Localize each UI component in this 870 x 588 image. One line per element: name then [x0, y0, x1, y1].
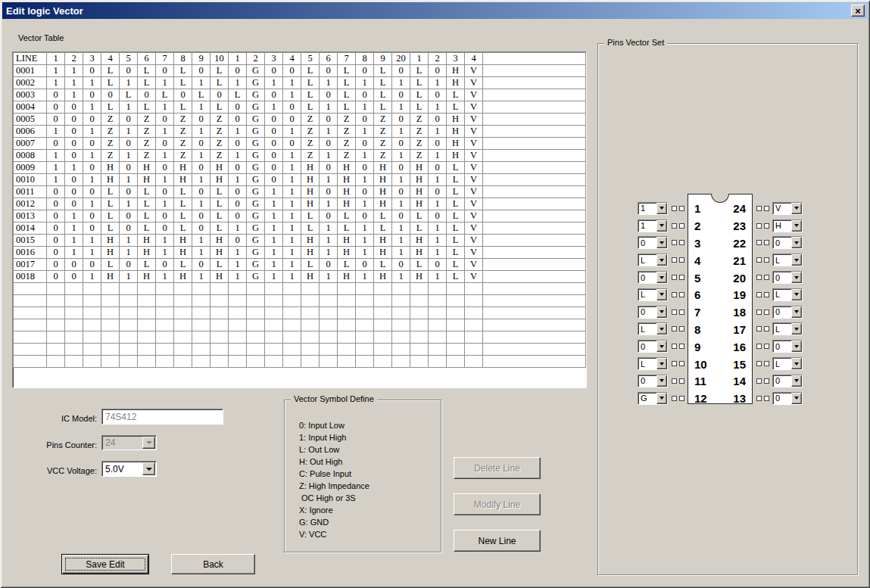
chevron-down-icon[interactable]: [656, 203, 667, 214]
vector-cell: H: [101, 247, 120, 259]
pin-1-vector-select[interactable]: 1: [638, 202, 668, 215]
chevron-down-icon[interactable]: [656, 358, 667, 369]
vector-row[interactable]: 0012001L1L1L1L0G11H1H1H1H1LV: [14, 198, 586, 210]
vector-row[interactable]: 0015011H1H1H1H0G11H1H1H1H1LV: [14, 235, 586, 247]
pin-7-vector-select[interactable]: 0: [638, 306, 668, 319]
vector-cell: 1: [429, 247, 447, 259]
vector-row[interactable]: 0004001L1L1L1L0G10L1L1L1L1LV: [14, 101, 586, 114]
chevron-down-icon[interactable]: [791, 341, 802, 352]
vector-cell: H: [447, 77, 465, 89]
vector-row[interactable]: 0014010L0L0L0L1G11L1L1L1L1LV: [14, 222, 586, 235]
vector-cell: 1: [392, 150, 410, 162]
vector-row[interactable]: 00030100L0L0L0LG01L0L0L0L0LV: [14, 89, 586, 101]
pin-11-vector-select[interactable]: 0: [638, 375, 668, 387]
right-connector-pads: [753, 257, 772, 263]
vector-row[interactable]: 0007000Z0Z0Z0Z0G00Z0Z0Z0Z0HV: [14, 138, 586, 150]
pin-2-vector-select[interactable]: 1: [638, 219, 668, 232]
chevron-down-icon[interactable]: [791, 323, 802, 334]
chevron-down-icon[interactable]: [142, 462, 155, 475]
chip-pin-number: 10: [694, 357, 707, 370]
vector-cell: Z: [210, 138, 229, 150]
vector-row[interactable]: 0005000Z0Z0Z0Z0G00Z0Z0Z0Z0HV: [14, 114, 586, 126]
vector-cell: 1: [356, 235, 374, 247]
chevron-down-icon[interactable]: [791, 203, 802, 214]
chip-pin-number: 14: [733, 375, 746, 387]
back-button[interactable]: Back: [171, 554, 255, 574]
pin-14-vector-select[interactable]: 0: [772, 375, 803, 387]
vector-row[interactable]: 0009110H0H0H0H0G01H0H0H0H0LV: [14, 162, 586, 174]
pin-23-vector-select[interactable]: H: [772, 219, 803, 232]
chevron-down-icon[interactable]: [791, 375, 802, 387]
line-number-cell: 0017: [14, 259, 47, 271]
chevron-down-icon[interactable]: [656, 220, 667, 232]
chevron-down-icon[interactable]: [656, 393, 667, 404]
vector-cell: 1: [120, 101, 138, 114]
chevron-down-icon[interactable]: [656, 323, 667, 334]
vector-cell: V: [465, 198, 483, 210]
chevron-down-icon[interactable]: [656, 237, 667, 248]
vector-row[interactable]: 0018001H1H1H1H1G11H1H1H1H1LV: [14, 271, 586, 283]
close-button[interactable]: ×: [851, 5, 865, 17]
pin-16-vector-select[interactable]: 0: [772, 340, 803, 353]
chevron-down-icon[interactable]: [791, 220, 802, 232]
vector-row[interactable]: 0006101Z1Z1Z1Z1G01Z1Z1Z1Z1HV: [14, 126, 586, 138]
blank-cell: [229, 319, 247, 331]
column-header-pin: 1: [229, 53, 247, 65]
chip-pin-number: 19: [733, 288, 746, 301]
chip-pin-labels: 817: [688, 321, 753, 338]
column-header-pin: 6: [320, 53, 338, 65]
pin-13-vector-select[interactable]: 0: [772, 392, 803, 405]
vector-row[interactable]: 0008101Z1Z1Z1Z1G01Z1Z1Z1Z1HV: [14, 150, 586, 162]
chevron-down-icon[interactable]: [656, 289, 667, 300]
chevron-down-icon[interactable]: [791, 306, 802, 318]
vector-row[interactable]: 0013010L0L0L0L0G11L0L0L0L0LV: [14, 210, 586, 222]
chevron-down-icon[interactable]: [656, 341, 667, 352]
vector-row[interactable]: 0001110L0L0L0L0G00L0L0L0L0HV: [14, 65, 586, 77]
vector-row[interactable]: 0017000L0L0L0L1G11L0L0L0L0LV: [14, 259, 586, 271]
pin-20-vector-select[interactable]: 0: [772, 271, 803, 284]
line-number-cell: 0018: [14, 271, 47, 283]
vector-cell: 0: [156, 65, 174, 77]
pin-18-vector-select[interactable]: 0: [772, 306, 803, 319]
pin-6-vector-select[interactable]: L: [638, 288, 668, 301]
chevron-down-icon[interactable]: [791, 289, 802, 300]
pin-10-vector-select[interactable]: L: [638, 357, 668, 370]
vector-row[interactable]: 0010101H1H1H1H1G01H1H1H1H1LV: [14, 174, 586, 186]
vector-cell: H: [101, 174, 120, 186]
vector-row[interactable]: 0002111L1L1L1L1G11L1L1L1L1HV: [14, 77, 586, 89]
vector-cell: L: [138, 77, 156, 89]
vector-cell: 0: [83, 210, 101, 222]
pin-12-vector-select[interactable]: G: [638, 392, 668, 405]
vector-cell: H: [301, 186, 320, 198]
save-edit-button[interactable]: Save Edit: [61, 554, 149, 574]
pin-15-vector-select[interactable]: L: [772, 357, 803, 370]
pin-22-vector-select[interactable]: 0: [772, 236, 803, 249]
pin-5-vector-select[interactable]: 0: [638, 271, 668, 284]
vcc-voltage-select[interactable]: 5.0V: [101, 461, 157, 477]
pin-21-vector-select[interactable]: L: [772, 254, 803, 266]
pin-24-vector-select[interactable]: V: [772, 202, 803, 215]
pin-4-vector-select[interactable]: L: [638, 254, 668, 266]
vector-row[interactable]: 0016011H1H1H1H1G11H1H1H1H1LV: [14, 247, 586, 259]
chevron-down-icon[interactable]: [656, 254, 667, 266]
vector-cell: 1: [283, 150, 301, 162]
chevron-down-icon[interactable]: [791, 393, 802, 404]
new-line-button[interactable]: New Line: [454, 530, 541, 552]
chevron-down-icon[interactable]: [791, 272, 802, 283]
pin-17-vector-select[interactable]: L: [772, 322, 803, 335]
chevron-down-icon[interactable]: [791, 358, 802, 369]
pin-9-vector-select[interactable]: 0: [638, 340, 668, 353]
symbol-define-line: X: Ignore: [299, 504, 370, 516]
vector-row[interactable]: 0011000L0L0L0L0G11H0H0H0H0LV: [14, 186, 586, 198]
chevron-down-icon[interactable]: [656, 272, 667, 283]
symbol-define-line: 0: Input Low: [299, 419, 370, 431]
pin-19-vector-select[interactable]: L: [772, 288, 803, 301]
pin-8-vector-select[interactable]: L: [638, 322, 668, 335]
chevron-down-icon[interactable]: [791, 254, 802, 266]
chevron-down-icon[interactable]: [791, 237, 802, 248]
chevron-down-icon[interactable]: [656, 375, 667, 387]
blank-cell: [410, 356, 429, 368]
pin-3-vector-select[interactable]: 0: [638, 236, 668, 249]
chevron-down-icon[interactable]: [656, 306, 667, 318]
vector-cell: H: [447, 150, 465, 162]
